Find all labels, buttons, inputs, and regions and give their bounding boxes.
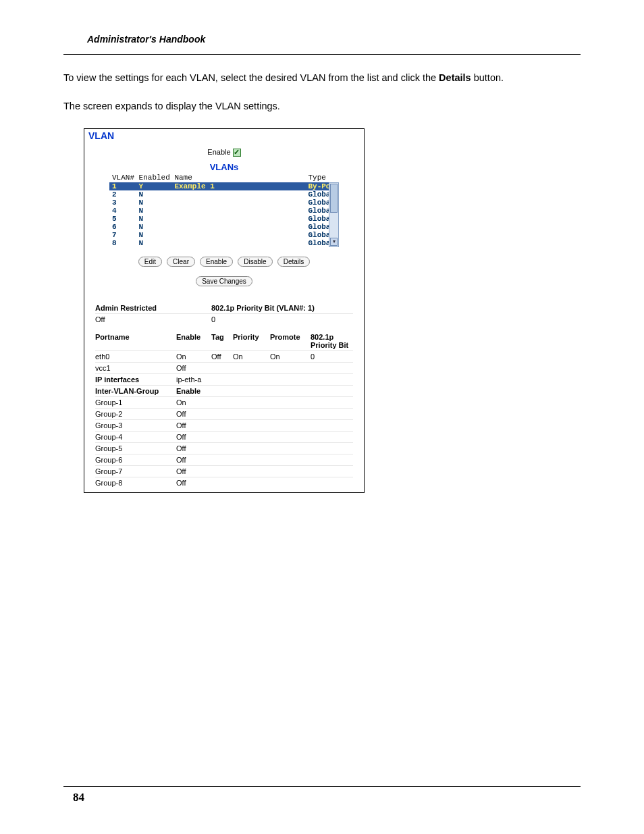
- h-tag: Tag: [211, 333, 233, 349]
- running-head: Administrator's Handbook: [63, 34, 581, 55]
- clear-button[interactable]: Clear: [167, 257, 195, 267]
- body-paragraph-2: The screen expands to display the VLAN s…: [63, 99, 581, 113]
- group-row: Group-4Off: [95, 431, 353, 442]
- enable-row: Enable: [84, 144, 364, 162]
- vlan-list-row[interactable]: 7 N Global: [109, 231, 329, 239]
- details-block: Admin Restricted 802.1p Priority Bit (VL…: [84, 300, 364, 488]
- group-row: Group-5Off: [95, 442, 353, 454]
- port-promote: [270, 364, 311, 372]
- group-name: Group-5: [95, 444, 176, 452]
- port-row: vcc1Off: [95, 362, 353, 373]
- page-number: 84: [73, 791, 84, 804]
- vlans-subtitle: VLANs: [84, 162, 364, 172]
- port-name: vcc1: [95, 364, 176, 372]
- vlan-list-row[interactable]: 8 N Global: [109, 239, 329, 247]
- disable-button[interactable]: Disable: [238, 257, 272, 267]
- group-enable: Off: [176, 456, 211, 464]
- p1-bold: Details: [439, 72, 471, 83]
- enable-checkbox[interactable]: [233, 149, 241, 157]
- port-name: eth0: [95, 353, 176, 361]
- group-row: Group-1On: [95, 396, 353, 408]
- enable-label: Enable: [207, 148, 230, 156]
- group-enable: Off: [176, 467, 211, 475]
- port-priority: [233, 364, 270, 372]
- ip-interfaces-value: ip-eth-a: [176, 375, 211, 384]
- vlan-list-row[interactable]: 2 N Global: [109, 190, 329, 199]
- group-enable: On: [176, 398, 211, 407]
- group-enable: Off: [176, 433, 211, 441]
- group-row: Group-2Off: [95, 408, 353, 419]
- port-tag: [211, 364, 233, 372]
- admin-restricted-label: Admin Restricted: [95, 304, 176, 312]
- port-enable: On: [176, 353, 211, 361]
- port-pbit: [311, 364, 353, 372]
- vlan-list-row[interactable]: 4 N Global: [109, 207, 329, 215]
- h-priority: Priority: [233, 333, 270, 349]
- admin-restricted-value: Off: [95, 315, 176, 323]
- inter-vlan-group-enable-h: Enable: [176, 387, 211, 395]
- save-changes-button[interactable]: Save Changes: [196, 276, 252, 286]
- group-row: Group-6Off: [95, 454, 353, 465]
- group-row: Group-7Off: [95, 465, 353, 477]
- vlan-list-row[interactable]: 3 N Global: [109, 199, 329, 207]
- port-priority: On: [233, 353, 270, 361]
- save-button-row: Save Changes: [84, 276, 364, 286]
- inter-vlan-group-label: Inter-VLAN-Group: [95, 387, 176, 395]
- vlan-list: VLAN# Enabled Name Type 1 Y Example 1 By…: [109, 174, 339, 247]
- details-button[interactable]: Details: [277, 257, 311, 267]
- vlan-list-row[interactable]: 1 Y Example 1 By-Port: [109, 182, 329, 190]
- group-enable: Off: [176, 444, 211, 452]
- h-promote: Promote: [270, 333, 311, 349]
- body-paragraph-1: To view the settings for each VLAN, sele…: [63, 71, 581, 84]
- h-pbit: 802.1p Priority Bit: [311, 333, 353, 349]
- priority-bit-value: 0: [211, 315, 353, 323]
- group-enable: Off: [176, 479, 211, 487]
- scroll-down-icon[interactable]: ▾: [330, 238, 338, 246]
- group-enable: Off: [176, 410, 211, 418]
- vlan-list-row[interactable]: 6 N Global: [109, 223, 329, 231]
- group-name: Group-2: [95, 410, 176, 418]
- group-name: Group-3: [95, 421, 176, 429]
- group-name: Group-6: [95, 456, 176, 464]
- edit-button[interactable]: Edit: [138, 257, 162, 267]
- group-row: Group-8Off: [95, 477, 353, 488]
- h-enable: Enable: [176, 333, 211, 349]
- port-tag: Off: [211, 353, 233, 361]
- vlan-list-headers: VLAN# Enabled Name Type: [109, 174, 339, 182]
- port-pbit: 0: [311, 353, 353, 361]
- panel-title: VLAN: [84, 129, 364, 144]
- vlan-panel: VLAN Enable VLANs VLAN# Enabled Name Typ…: [84, 128, 365, 493]
- group-name: Group-4: [95, 433, 176, 441]
- port-promote: On: [270, 353, 311, 361]
- p1-part-a: To view the settings for each VLAN, sele…: [63, 72, 439, 83]
- enable-button[interactable]: Enable: [200, 257, 233, 267]
- h-portname: Portname: [95, 333, 176, 349]
- group-name: Group-1: [95, 398, 176, 407]
- scroll-thumb[interactable]: [330, 184, 338, 213]
- group-name: Group-7: [95, 467, 176, 475]
- port-enable: Off: [176, 364, 211, 372]
- group-enable: Off: [176, 421, 211, 429]
- button-row: Edit Clear Enable Disable Details: [84, 257, 364, 267]
- p1-part-c: button.: [471, 72, 504, 83]
- group-row: Group-3Off: [95, 419, 353, 431]
- vlan-list-box[interactable]: 1 Y Example 1 By-Port2 N Global3 N Globa…: [109, 182, 339, 247]
- ip-interfaces-label: IP interfaces: [95, 375, 176, 384]
- priority-bit-label: 802.1p Priority Bit (VLAN#: 1): [211, 304, 353, 312]
- port-row: eth0OnOffOnOn0: [95, 350, 353, 362]
- group-name: Group-8: [95, 479, 176, 487]
- scrollbar[interactable]: ▾: [329, 182, 339, 247]
- vlan-list-row[interactable]: 5 N Global: [109, 215, 329, 223]
- footer-rule: [63, 786, 581, 787]
